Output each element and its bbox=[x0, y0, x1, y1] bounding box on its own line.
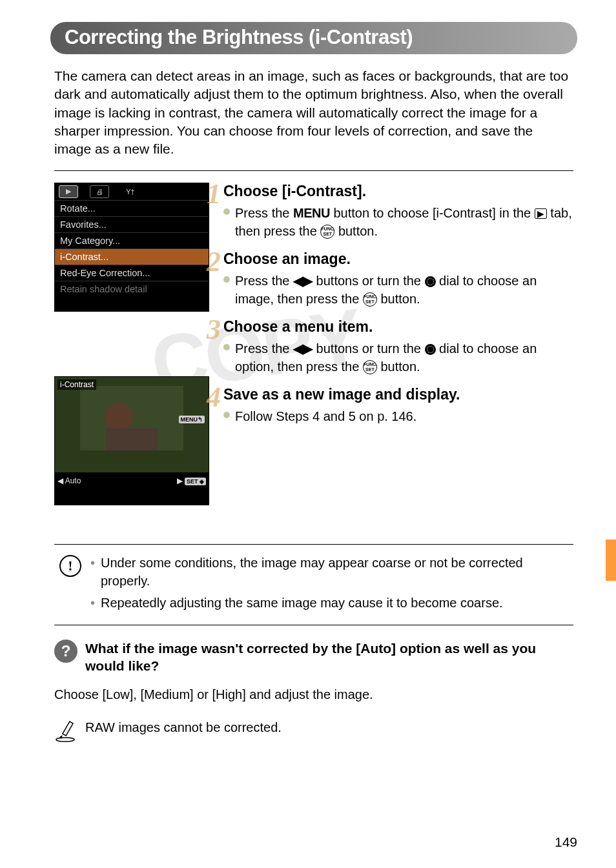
bullet-icon bbox=[223, 208, 230, 215]
playback-tab-icon: ▶ bbox=[535, 208, 547, 219]
step-4-text: Follow Steps 4 and 5 on p. 146. bbox=[235, 409, 416, 423]
step-2: 2 Choose an image. Press the ◀▶ buttons … bbox=[223, 250, 577, 308]
step-2-heading: Choose an image. bbox=[223, 250, 577, 268]
ss1-row-mycategory: My Category... bbox=[55, 232, 209, 248]
warning-list: Under some conditions, the image may app… bbox=[90, 554, 568, 616]
step-1-text-a: Press the bbox=[235, 206, 293, 220]
ss1-row-redeye: Red-Eye Correction... bbox=[55, 265, 209, 281]
pencil-icon bbox=[54, 720, 76, 742]
menu-screenshot-1: ▶ 🖨 Y† Rotate... Favorites... My Categor… bbox=[54, 183, 209, 312]
warning-box: ! Under some conditions, the image may a… bbox=[54, 544, 573, 625]
ss2-photo-placeholder bbox=[80, 386, 183, 463]
step-3: 3 Choose a menu item. Press the ◀▶ butto… bbox=[223, 318, 577, 376]
warning-icon: ! bbox=[59, 555, 81, 577]
warning-item-1: Under some conditions, the image may app… bbox=[90, 554, 568, 590]
step-3-number: 3 bbox=[207, 313, 221, 346]
page-title: Correcting the Brightness (i-Contrast) bbox=[65, 26, 563, 49]
ss2-right-arrow: ▶ SET ◈ bbox=[177, 476, 206, 485]
control-dial-icon bbox=[425, 344, 436, 355]
step-3-text-a: Press the bbox=[235, 341, 293, 356]
menu-screenshot-2: i-Contrast MENU↰ ◀ Auto ▶ SET ◈ bbox=[54, 376, 209, 505]
question-icon: ? bbox=[54, 640, 77, 663]
tip-question: What if the image wasn't corrected by th… bbox=[85, 640, 573, 675]
step-3-text-b: buttons or turn the bbox=[316, 341, 425, 356]
svg-point-1 bbox=[105, 403, 133, 431]
step-3-text-d: button. bbox=[380, 359, 420, 374]
step-4: 4 Save as a new image and display. Follo… bbox=[223, 386, 577, 425]
step-1-number: 1 bbox=[207, 177, 221, 210]
ss1-row-rotate: Rotate... bbox=[55, 200, 209, 216]
note-text: RAW images cannot be corrected. bbox=[85, 720, 282, 735]
tip-answer: Choose [Low], [Medium] or [High] and adj… bbox=[54, 687, 573, 702]
steps-column: 1 Choose [i-Contrast]. Press the MENU bu… bbox=[223, 183, 577, 425]
ss1-row-retain: Retain shadow detail bbox=[55, 281, 209, 297]
steps-area: COPY ▶ 🖨 Y† Rotate... Favorites... My Ca… bbox=[54, 183, 577, 531]
section-side-tab bbox=[606, 540, 616, 581]
ss1-tabs: ▶ 🖨 Y† bbox=[55, 183, 209, 200]
step-2-number: 2 bbox=[207, 245, 221, 278]
step-3-body: Press the ◀▶ buttons or turn the dial to… bbox=[223, 339, 577, 376]
svg-point-4 bbox=[56, 738, 74, 742]
step-1-heading: Choose [i-Contrast]. bbox=[223, 183, 577, 200]
ss2-tag: i-Contrast bbox=[57, 379, 96, 390]
step-1-body: Press the MENU button to choose [i-Contr… bbox=[223, 204, 577, 240]
section-divider bbox=[54, 170, 573, 171]
svg-rect-3 bbox=[80, 450, 183, 463]
func-set-button-icon: FUNC.SET bbox=[363, 292, 377, 307]
func-set-button-icon: FUNC.SET bbox=[363, 360, 377, 374]
page-number: 149 bbox=[555, 834, 577, 850]
page-title-bar: Correcting the Brightness (i-Contrast) bbox=[50, 22, 577, 54]
ss1-row-icontrast: i-Contrast... bbox=[55, 248, 209, 265]
ss1-tab-setup: Y† bbox=[121, 185, 140, 198]
bullet-icon bbox=[223, 412, 230, 418]
menu-button-label: MENU bbox=[293, 206, 330, 220]
tip-box: ? What if the image wasn't corrected by … bbox=[54, 640, 573, 675]
step-2-text-d: button. bbox=[380, 292, 420, 306]
svg-rect-5 bbox=[63, 722, 73, 736]
bullet-icon bbox=[223, 276, 230, 283]
ss2-bottom-bar: ◀ Auto ▶ SET ◈ bbox=[55, 472, 209, 489]
step-3-heading: Choose a menu item. bbox=[223, 318, 577, 336]
ss1-tab-print: 🖨 bbox=[90, 185, 109, 198]
left-right-arrows-icon: ◀▶ bbox=[293, 341, 313, 356]
bullet-icon bbox=[223, 344, 230, 350]
step-1-text-b: button to choose [i-Contrast] in the bbox=[334, 206, 535, 220]
step-1: 1 Choose [i-Contrast]. Press the MENU bu… bbox=[223, 183, 577, 240]
step-2-text-a: Press the bbox=[235, 274, 293, 288]
step-2-text-b: buttons or turn the bbox=[316, 274, 425, 288]
note-box: RAW images cannot be corrected. bbox=[54, 720, 573, 742]
step-1-text-d: button. bbox=[338, 224, 378, 238]
step-2-body: Press the ◀▶ buttons or turn the dial to… bbox=[223, 272, 577, 308]
warning-item-2: Repeatedly adjusting the same image may … bbox=[90, 594, 568, 612]
control-dial-icon bbox=[425, 276, 436, 287]
intro-paragraph: The camera can detect areas in an image,… bbox=[54, 67, 573, 159]
ss2-left-arrow: ◀ Auto bbox=[57, 476, 81, 485]
ss1-tab-play: ▶ bbox=[59, 185, 78, 198]
step-4-number: 4 bbox=[207, 381, 221, 414]
step-4-body: Follow Steps 4 and 5 on p. 146. bbox=[223, 407, 577, 425]
ss2-image-area: i-Contrast MENU↰ bbox=[55, 377, 209, 472]
ss2-menu-badge: MENU↰ bbox=[179, 416, 205, 423]
left-right-arrows-icon: ◀▶ bbox=[293, 274, 313, 288]
ss1-row-favorites: Favorites... bbox=[55, 216, 209, 232]
step-4-heading: Save as a new image and display. bbox=[223, 386, 577, 403]
func-set-button-icon: FUNC.SET bbox=[320, 225, 334, 239]
